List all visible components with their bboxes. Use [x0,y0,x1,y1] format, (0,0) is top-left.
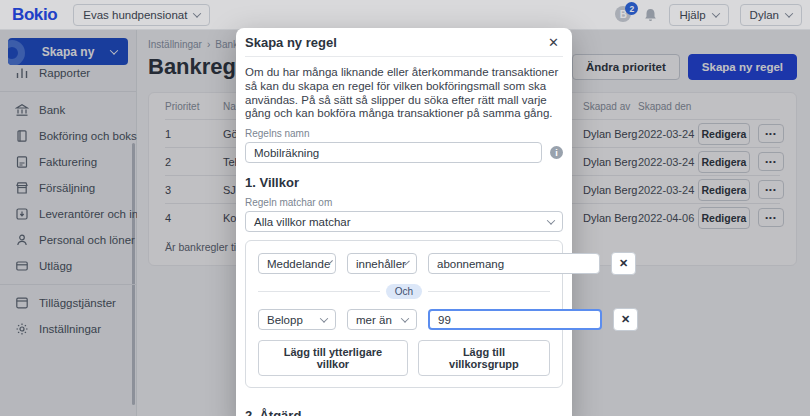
match-mode-value: Alla villkor matchar [254,216,351,228]
create-rule-modal: Skapa ny regel ✕ Om du har många liknand… [236,28,572,416]
condition-field-select[interactable]: Meddelande [258,253,336,274]
condition-group: Meddelande innehåller ✕ Och Belopp [245,240,563,388]
condition-row: Meddelande innehåller ✕ [258,252,550,275]
modal-title: Skapa ny regel [245,35,337,50]
remove-condition-button[interactable]: ✕ [611,252,636,275]
add-condition-button[interactable]: Lägg till ytterligare villkor [258,340,408,376]
condition-value-input[interactable] [428,309,602,330]
and-separator: Och [258,284,550,299]
info-icon[interactable]: i [550,146,563,159]
rule-name-input[interactable] [245,142,542,163]
chevron-down-icon [547,216,555,224]
match-label: Regeln matchar om [245,197,563,208]
condition-operator-select[interactable]: mer än [347,309,417,330]
condition-value-input[interactable] [428,253,600,274]
chevron-down-icon [401,314,409,322]
chevron-down-icon [320,314,328,322]
rule-name-label: Regelns namn [245,128,563,139]
add-condition-group-button[interactable]: Lägg till villkorsgrupp [418,340,550,376]
close-icon[interactable]: ✕ [544,33,563,52]
and-pill: Och [386,284,422,299]
villkor-heading: 1. Villkor [245,175,563,190]
condition-operator-select[interactable]: innehåller [347,253,417,274]
condition-field-select[interactable]: Belopp [258,309,336,330]
modal-description: Om du har många liknande eller återkomma… [245,66,563,121]
match-mode-select[interactable]: Alla villkor matchar [245,211,563,232]
atgard-heading: 2. Åtgärd [245,408,563,416]
remove-condition-button[interactable]: ✕ [613,308,638,331]
condition-row: Belopp mer än ✕ [258,308,550,331]
